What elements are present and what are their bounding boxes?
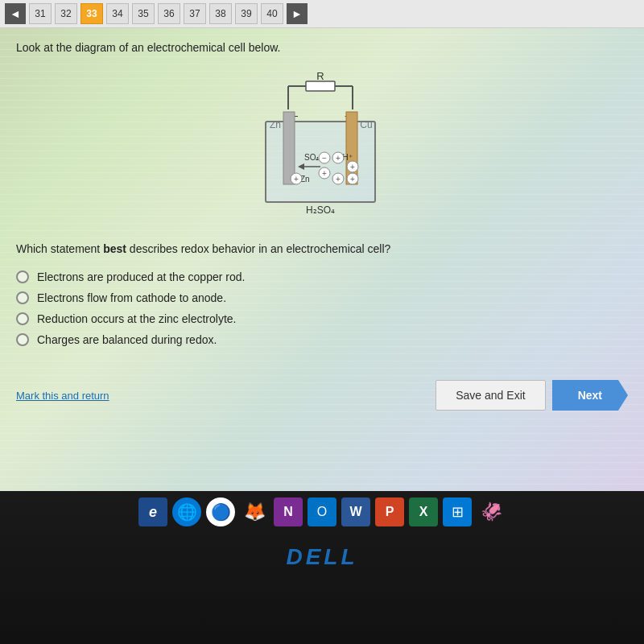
ie-icon[interactable]: e <box>138 497 167 526</box>
misc-icon[interactable]: 🦑 <box>477 497 506 526</box>
apps-icon[interactable]: ⊞ <box>443 497 472 526</box>
nav-num-40[interactable]: 40 <box>261 3 283 24</box>
onenote-icon[interactable]: N <box>274 497 303 526</box>
save-exit-button[interactable]: Save and Exit <box>436 380 545 411</box>
action-buttons: Save and Exit Next <box>436 380 628 411</box>
question-text-before: Which statement <box>16 242 103 255</box>
question-instruction: Look at the diagram of an electrochemica… <box>16 41 628 54</box>
nav-num-38[interactable]: 38 <box>209 3 232 24</box>
option-label-2: Electrons flow from cathode to anode. <box>37 291 226 304</box>
next-button[interactable]: Next <box>552 380 628 411</box>
nav-num-36[interactable]: 36 <box>158 3 180 24</box>
svg-rect-6 <box>283 112 295 184</box>
r-label: R <box>316 70 324 82</box>
next-arrow-button[interactable]: ► <box>287 3 308 24</box>
svg-text:+: + <box>350 163 355 171</box>
nav-num-33[interactable]: 33 <box>80 3 103 24</box>
firefox-icon[interactable]: 🦊 <box>240 497 269 526</box>
nav-num-35[interactable]: 35 <box>132 3 155 24</box>
question-text-after: describes redox behavior in an electroch… <box>126 242 390 255</box>
so4-label: SO₄ <box>304 153 319 162</box>
word-icon[interactable]: W <box>341 497 370 526</box>
svg-rect-0 <box>306 81 335 91</box>
option-label-4: Charges are balanced during redox. <box>37 333 217 346</box>
option-label-3: Reduction occurs at the zinc electrolyte… <box>37 312 236 325</box>
question-text: Which statement best describes redox beh… <box>16 241 628 258</box>
svg-text:+: + <box>322 169 327 178</box>
mark-return-button[interactable]: Mark this and return <box>16 390 109 402</box>
taskbar: e 🌐 🔵 🦊 N O W P X ⊞ 🦑 DELL <box>0 491 644 644</box>
edge-icon[interactable]: 🌐 <box>172 497 201 526</box>
nav-num-37[interactable]: 37 <box>184 3 206 24</box>
powerpoint-icon[interactable]: P <box>375 497 404 526</box>
nav-num-34[interactable]: 34 <box>106 3 129 24</box>
outlook-icon[interactable]: O <box>308 497 336 526</box>
electrochemical-diagram: R − + Zn Cu <box>233 65 411 226</box>
nav-num-31[interactable]: 31 <box>29 3 52 24</box>
diagram-container: R − + Zn Cu <box>16 65 628 226</box>
svg-text:−: − <box>322 154 327 163</box>
nav-num-32[interactable]: 32 <box>55 3 77 24</box>
chrome-icon[interactable]: 🔵 <box>206 497 235 526</box>
svg-text:+: + <box>336 175 341 184</box>
prev-arrow-button[interactable]: ◄ <box>5 3 26 24</box>
radio-3[interactable] <box>16 312 29 325</box>
taskbar-icons: e 🌐 🔵 🦊 N O W P X ⊞ 🦑 <box>138 497 506 526</box>
options-list: Electrons are produced at the copper rod… <box>16 270 628 346</box>
option-1[interactable]: Electrons are produced at the copper rod… <box>16 270 628 283</box>
option-2[interactable]: Electrons flow from cathode to anode. <box>16 291 628 304</box>
option-label-1: Electrons are produced at the copper rod… <box>37 270 245 283</box>
h2so4-label: H₂SO₄ <box>306 204 335 216</box>
option-3[interactable]: Reduction occurs at the zinc electrolyte… <box>16 312 628 325</box>
bottom-bar: Mark this and return Save and Exit Next <box>0 372 644 419</box>
option-4[interactable]: Charges are balanced during redox. <box>16 333 628 346</box>
question-text-bold: best <box>103 242 126 255</box>
svg-text:+: + <box>336 154 341 163</box>
nav-num-39[interactable]: 39 <box>235 3 258 24</box>
radio-4[interactable] <box>16 333 29 346</box>
svg-text:+: + <box>294 175 299 184</box>
excel-icon[interactable]: X <box>409 497 438 526</box>
dell-logo: DELL <box>286 544 357 570</box>
content-area: Look at the diagram of an electrochemica… <box>0 28 644 372</box>
svg-text:+: + <box>350 175 355 184</box>
radio-2[interactable] <box>16 291 29 304</box>
navigation-bar: ◄ 31 32 33 34 35 36 37 38 39 40 ► <box>0 0 644 28</box>
radio-1[interactable] <box>16 270 29 283</box>
